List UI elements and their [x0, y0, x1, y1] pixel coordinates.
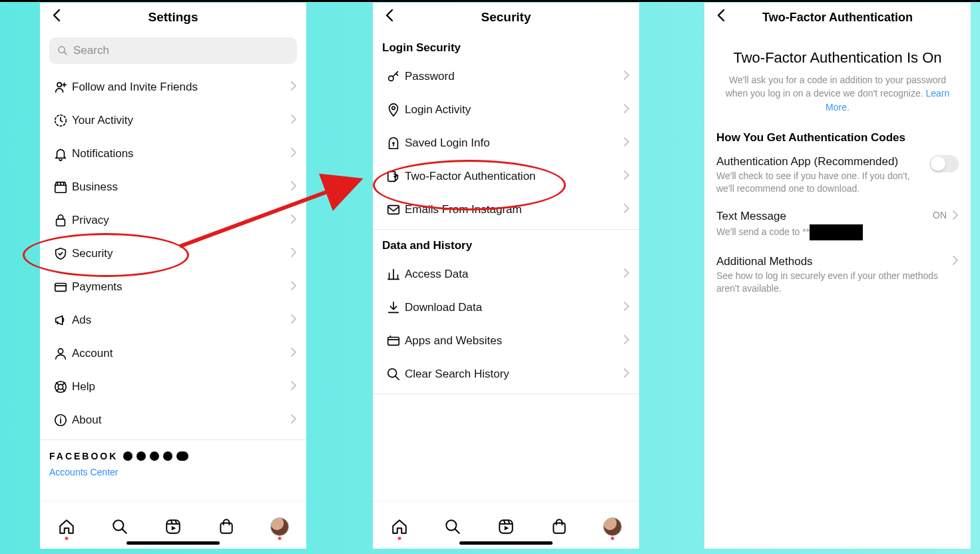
row-chevron: [290, 147, 297, 161]
chevron-right-icon: [623, 368, 630, 378]
row-chevron: [623, 301, 630, 315]
row-chevron: [290, 214, 297, 228]
security-row-key[interactable]: Password: [373, 60, 639, 93]
security-row-searchx[interactable]: Clear Search History: [373, 358, 639, 391]
mail-icon: [386, 202, 401, 217]
svg-point-6: [58, 349, 63, 354]
tab-home[interactable]: [52, 512, 81, 541]
auth-option-row[interactable]: Authentication App (Recommended)We'll ch…: [704, 150, 971, 204]
option-desc: We'll check to see if you have one. If y…: [716, 170, 924, 195]
security-panel: Security Login SecurityPasswordLogin Act…: [373, 3, 639, 549]
svg-rect-17: [388, 206, 399, 214]
security-row-apps[interactable]: Apps and Websites: [373, 324, 639, 358]
help-icon: [53, 380, 68, 394]
row-icon: [49, 80, 72, 95]
row-chevron: [623, 268, 630, 282]
security-title: Security: [401, 10, 611, 25]
row-label: Clear Search History: [405, 368, 623, 381]
chevron-right-icon: [290, 314, 297, 324]
option-title: Authentication App (Recommended): [716, 155, 924, 168]
chevron-right-icon: [290, 214, 297, 224]
security-row-keyhole[interactable]: Saved Login Info: [373, 127, 639, 160]
row-chevron: [290, 114, 297, 128]
svg-point-8: [58, 384, 63, 389]
settings-row-card[interactable]: Payments: [40, 270, 306, 304]
shop-icon: [218, 518, 235, 535]
chevron-right-icon: [623, 334, 630, 345]
person-icon: [53, 346, 68, 361]
security-row-download[interactable]: Download Data: [373, 291, 639, 324]
row-label: Ads: [72, 314, 290, 327]
search-placeholder: Search: [73, 44, 109, 57]
chevron-right-icon: [623, 103, 630, 114]
tab-profile[interactable]: [598, 512, 627, 541]
accounts-center-link[interactable]: Accounts Center: [40, 463, 306, 477]
row-chevron: [623, 70, 630, 84]
back-button[interactable]: [45, 9, 68, 26]
security-row-pin[interactable]: Login Activity: [373, 93, 639, 127]
row-label: Privacy: [72, 214, 290, 227]
tab-search[interactable]: [438, 512, 467, 541]
option-control: [952, 255, 959, 266]
settings-row-megaphone[interactable]: Ads: [40, 304, 306, 337]
tab-profile[interactable]: [265, 512, 294, 541]
row-icon: [49, 113, 72, 128]
tab-home[interactable]: [385, 512, 414, 541]
facebook-brand-row: FACEBOOK: [40, 440, 306, 463]
row-chevron: [290, 180, 297, 194]
settings-row-shield[interactable]: Security: [40, 237, 306, 270]
row-icon: [382, 334, 405, 348]
row-icon: [382, 169, 405, 184]
row-label: Security: [72, 247, 290, 260]
shield2-icon: [386, 169, 401, 184]
chevron-right-icon: [623, 70, 630, 81]
two-factor-panel: Two-Factor Authentication Two-Factor Aut…: [704, 3, 971, 549]
settings-row-lock[interactable]: Privacy: [40, 204, 306, 237]
security-row-bars[interactable]: Access Data: [373, 258, 639, 291]
settings-panel: Settings Search Follow and Invite Friend…: [40, 3, 306, 549]
row-icon: [49, 146, 72, 161]
row-label: Business: [72, 180, 290, 194]
auth-option-row[interactable]: Additional MethodsSee how to log in secu…: [704, 250, 971, 304]
bars-icon: [386, 267, 401, 282]
back-button[interactable]: [378, 9, 401, 26]
tab-shop[interactable]: [212, 512, 241, 541]
keyhole-icon: [386, 136, 401, 150]
bell-icon: [53, 146, 68, 161]
tab-reels[interactable]: [491, 512, 521, 541]
row-chevron: [290, 414, 297, 427]
search-icon: [111, 518, 128, 535]
settings-row-shop[interactable]: Business: [40, 170, 306, 204]
card-icon: [53, 280, 68, 294]
settings-row-activity[interactable]: Your Activity: [40, 104, 306, 137]
settings-row-person[interactable]: Account: [40, 337, 306, 370]
chevron-right-icon: [623, 203, 630, 214]
back-button[interactable]: [710, 9, 732, 26]
toggle-switch[interactable]: [929, 155, 959, 172]
option-state: ON: [933, 210, 947, 220]
section-title: Data and History: [373, 230, 639, 258]
shop-icon: [53, 180, 68, 194]
security-row-mail[interactable]: Emails From Instagram: [373, 193, 639, 226]
svg-rect-18: [388, 338, 399, 346]
redacted-phone: [810, 224, 863, 240]
settings-row-invite[interactable]: Follow and Invite Friends: [40, 71, 306, 104]
settings-row-help[interactable]: Help: [40, 370, 306, 404]
option-control: [929, 155, 959, 172]
settings-row-info[interactable]: About: [40, 404, 306, 437]
row-label: Emails From Instagram: [405, 203, 623, 216]
row-icon: [382, 136, 405, 150]
tab-search[interactable]: [105, 512, 134, 541]
auth-option-row[interactable]: Text MessageWe'll send a code to **ON: [704, 204, 971, 250]
tab-reels[interactable]: [158, 512, 188, 541]
tab-shop[interactable]: [545, 512, 574, 541]
apps-icon: [386, 334, 401, 348]
profile-avatar-icon: [603, 517, 622, 536]
security-row-shield2[interactable]: Two-Factor Authentication: [373, 160, 639, 193]
search-input[interactable]: Search: [49, 37, 297, 64]
section-title: Login Security: [373, 32, 639, 60]
chevron-right-icon: [290, 280, 297, 291]
settings-row-bell[interactable]: Notifications: [40, 137, 306, 170]
home-icon: [391, 518, 408, 535]
row-chevron: [290, 347, 297, 361]
